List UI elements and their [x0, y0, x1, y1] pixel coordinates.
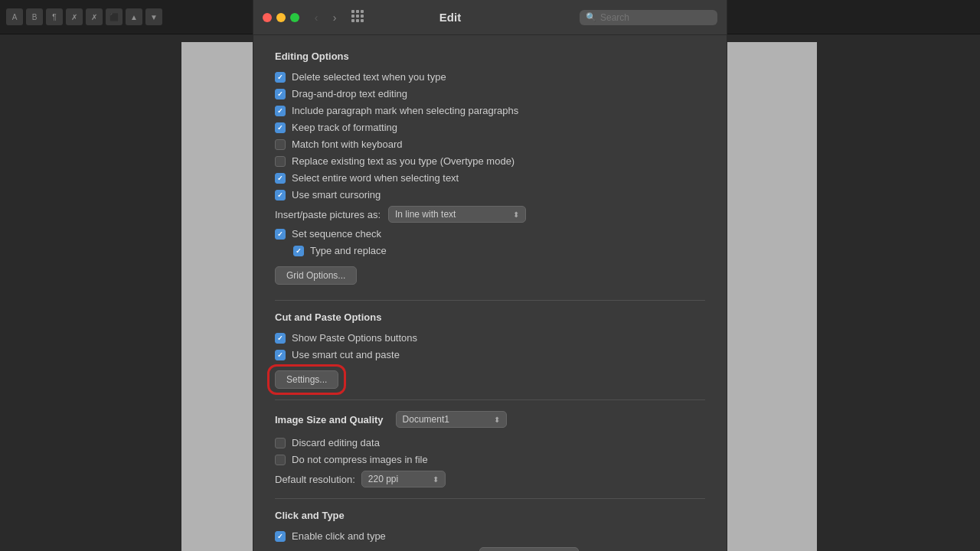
checkbox-show-paste[interactable] — [275, 333, 286, 344]
insert-paste-value: In line with text — [395, 209, 508, 220]
edit-preferences-modal: ‹ › Edit 🔍 Editing Options Delete select… — [253, 0, 727, 551]
cut-paste-heading: Cut and Paste Options — [275, 311, 705, 323]
option-row-match-font: Match font with keyboard — [275, 139, 705, 150]
document-value: Document1 — [403, 414, 489, 425]
resolution-value: 220 ppi — [368, 474, 428, 484]
option-row-keep-track: Keep track of formatting — [275, 122, 705, 133]
search-bar[interactable]: 🔍 — [580, 10, 717, 25]
checkbox-keep-track[interactable] — [275, 122, 286, 133]
label-replace-existing: Replace existing text as you type (Overt… — [292, 155, 514, 167]
document-dropdown[interactable]: Document1 ⬍ — [396, 411, 507, 428]
option-row-delete-selected: Delete selected text when you type — [275, 71, 705, 83]
label-drag-drop: Drag-and-drop text editing — [292, 88, 407, 99]
para-style-dropdown[interactable]: Normal ⬍ — [479, 547, 579, 551]
checkbox-delete-selected[interactable] — [275, 72, 286, 83]
settings-button[interactable]: Settings... — [275, 370, 338, 389]
label-no-compress: Do not compress images in file — [292, 454, 428, 465]
dropdown-arrow-insert-paste: ⬍ — [513, 210, 519, 219]
resolution-dropdown[interactable]: 220 ppi ⬍ — [361, 471, 446, 487]
default-res-row: Default resolution: 220 ppi ⬍ — [275, 471, 705, 487]
option-row-enable-click-type: Enable click and type — [275, 530, 705, 542]
checkbox-smart-cut-paste[interactable] — [275, 350, 286, 360]
label-set-sequence: Set sequence check — [292, 228, 381, 240]
click-type-heading: Click and Type — [275, 510, 705, 521]
option-row-no-compress: Do not compress images in file — [275, 454, 705, 465]
modal-content: Editing Options Delete selected text whe… — [253, 35, 727, 551]
label-smart-cursoring: Use smart cursoring — [292, 189, 381, 201]
label-keep-track: Keep track of formatting — [292, 122, 397, 133]
checkbox-discard-editing[interactable] — [275, 438, 286, 448]
modal-title: Edit — [327, 11, 573, 24]
checkbox-replace-existing[interactable] — [275, 156, 286, 167]
checkbox-include-paragraph[interactable] — [275, 106, 286, 116]
checkbox-smart-cursoring[interactable] — [275, 190, 286, 201]
label-select-entire-word: Select entire word when selecting text — [292, 172, 459, 184]
grid-options-button[interactable]: Grid Options... — [275, 266, 357, 285]
label-include-paragraph: Include paragraph mark when selecting pa… — [292, 105, 518, 116]
image-size-heading: Image Size and Quality — [275, 414, 384, 425]
title-bar: ‹ › Edit 🔍 — [253, 0, 727, 35]
label-type-replace: Type and replace — [310, 245, 387, 256]
dropdown-arrow-res: ⬍ — [433, 475, 439, 484]
default-res-label: Default resolution: — [275, 474, 355, 485]
checkbox-drag-drop[interactable] — [275, 89, 286, 99]
section-divider-2 — [275, 399, 705, 400]
option-row-show-paste: Show Paste Options buttons — [275, 332, 705, 344]
maximize-button[interactable] — [290, 13, 299, 22]
label-show-paste: Show Paste Options buttons — [292, 332, 417, 344]
option-row-smart-cut-paste: Use smart cut and paste — [275, 349, 705, 360]
option-row-drag-drop: Drag-and-drop text editing — [275, 88, 705, 99]
checkbox-enable-click-type[interactable] — [275, 531, 286, 542]
checkbox-select-entire-word[interactable] — [275, 173, 286, 184]
search-icon: 🔍 — [586, 12, 596, 22]
label-smart-cut-paste: Use smart cut and paste — [292, 349, 400, 360]
option-row-replace-existing: Replace existing text as you type (Overt… — [275, 155, 705, 167]
close-button[interactable] — [263, 13, 272, 22]
label-delete-selected: Delete selected text when you type — [292, 71, 446, 83]
traffic-lights — [263, 13, 299, 22]
label-enable-click-type: Enable click and type — [292, 530, 386, 542]
option-row-discard-editing: Discard editing data — [275, 437, 705, 448]
insert-paste-label: Insert/paste pictures as: — [275, 209, 381, 220]
search-input[interactable] — [600, 12, 700, 23]
insert-paste-dropdown[interactable]: In line with text ⬍ — [388, 206, 526, 223]
section-divider-1 — [275, 300, 705, 301]
dropdown-arrow-doc: ⬍ — [494, 416, 500, 424]
checkbox-no-compress[interactable] — [275, 455, 286, 465]
checkbox-type-replace[interactable] — [293, 246, 304, 256]
option-row-type-replace: Type and replace — [293, 245, 705, 256]
option-row-select-entire-word: Select entire word when selecting text — [275, 172, 705, 184]
editing-options-heading: Editing Options — [275, 51, 705, 62]
insert-paste-row: Insert/paste pictures as: In line with t… — [275, 206, 705, 223]
option-row-smart-cursoring: Use smart cursoring — [275, 189, 705, 201]
label-discard-editing: Discard editing data — [292, 437, 380, 448]
default-para-row: Default Paragraph Style for active docum… — [275, 547, 705, 551]
checkbox-match-font[interactable] — [275, 139, 286, 150]
option-row-include-paragraph: Include paragraph mark when selecting pa… — [275, 105, 705, 116]
back-arrow[interactable]: ‹ — [309, 10, 324, 25]
minimize-button[interactable] — [276, 13, 286, 22]
label-match-font: Match font with keyboard — [292, 139, 403, 150]
settings-btn-wrapper: Settings... — [275, 370, 338, 389]
section-divider-3 — [275, 498, 705, 499]
checkbox-set-sequence[interactable] — [275, 229, 286, 240]
option-row-set-sequence: Set sequence check — [275, 228, 705, 240]
